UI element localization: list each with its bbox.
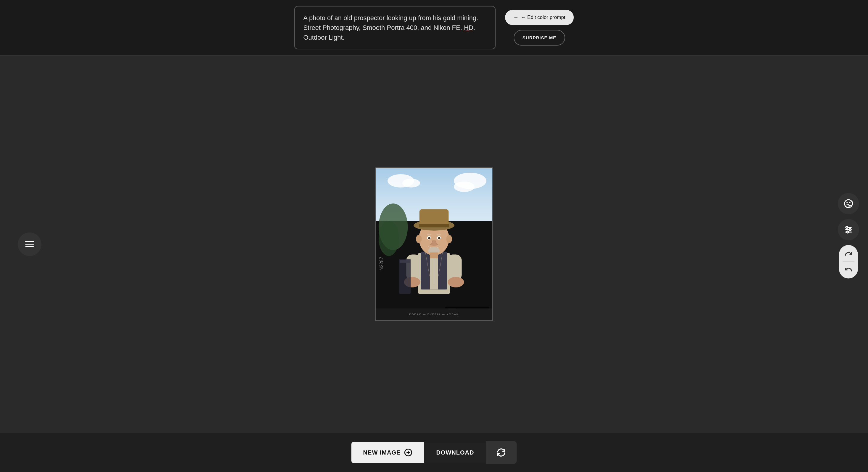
svg-point-17	[438, 237, 440, 239]
menu-bar-2	[25, 244, 34, 244]
redo-icon	[843, 248, 854, 259]
svg-point-37	[847, 231, 849, 233]
svg-rect-25	[430, 252, 438, 258]
person-svg: N2287	[376, 168, 492, 320]
regenerate-button[interactable]	[486, 441, 517, 464]
redo-undo-button[interactable]	[839, 245, 858, 278]
plus-circle-icon	[404, 448, 412, 457]
svg-text:N2287: N2287	[379, 257, 384, 270]
svg-point-1	[379, 221, 399, 256]
new-image-label: NEW IMAGE	[363, 449, 401, 456]
film-bottom: KODAK — EVERIA — KODAK	[376, 308, 492, 320]
download-label: DOWNLOAD	[436, 449, 474, 456]
svg-point-31	[846, 204, 847, 205]
svg-point-28	[846, 202, 847, 203]
svg-point-19	[416, 235, 422, 243]
download-button[interactable]: DOWNLOAD	[424, 443, 486, 463]
menu-bar-3	[25, 246, 34, 247]
prompt-text: A photo of an old prospector looking up …	[303, 13, 487, 42]
svg-rect-7	[447, 254, 462, 281]
svg-rect-24	[400, 260, 410, 263]
refresh-icon	[496, 448, 506, 457]
svg-point-36	[849, 229, 851, 231]
image-frame: N2287 P PALETTE.FM KODAK — EVERIA — KODA…	[375, 167, 493, 321]
arrow-left-icon: ←	[513, 14, 518, 21]
adjust-button[interactable]	[838, 219, 859, 240]
svg-rect-13	[419, 224, 449, 228]
photo-background: N2287 P PALETTE.FM KODAK — EVERIA — KODA…	[376, 168, 492, 320]
main-content: N2287 P PALETTE.FM KODAK — EVERIA — KODA…	[0, 56, 868, 433]
film-text: KODAK — EVERIA — KODAK	[409, 313, 459, 316]
top-bar: A photo of an old prospector looking up …	[0, 0, 868, 56]
top-actions: ← ← Edit color prompt SURPRISE ME	[505, 10, 574, 45]
surprise-me-label: SURPRISE ME	[523, 35, 556, 40]
svg-point-29	[849, 202, 850, 203]
svg-point-20	[446, 235, 452, 243]
svg-rect-23	[399, 259, 411, 294]
new-image-button[interactable]: NEW IMAGE	[351, 442, 425, 463]
svg-point-35	[846, 226, 848, 228]
right-sidebar	[838, 193, 859, 278]
adjust-icon	[844, 225, 853, 234]
menu-bar-1	[25, 241, 34, 242]
svg-point-22	[447, 277, 464, 287]
svg-point-16	[428, 237, 430, 239]
edit-color-label: ← Edit color prompt	[521, 14, 565, 21]
surprise-me-button[interactable]: SURPRISE ME	[514, 30, 565, 45]
undo-icon	[843, 264, 854, 275]
edit-color-button[interactable]: ← ← Edit color prompt	[505, 10, 574, 25]
hamburger-button[interactable]	[18, 232, 41, 256]
palette-button[interactable]	[838, 193, 859, 214]
palette-icon	[844, 199, 853, 208]
prompt-box: A photo of an old prospector looking up …	[294, 6, 496, 49]
bottom-bar: NEW IMAGE DOWNLOAD	[0, 433, 868, 472]
